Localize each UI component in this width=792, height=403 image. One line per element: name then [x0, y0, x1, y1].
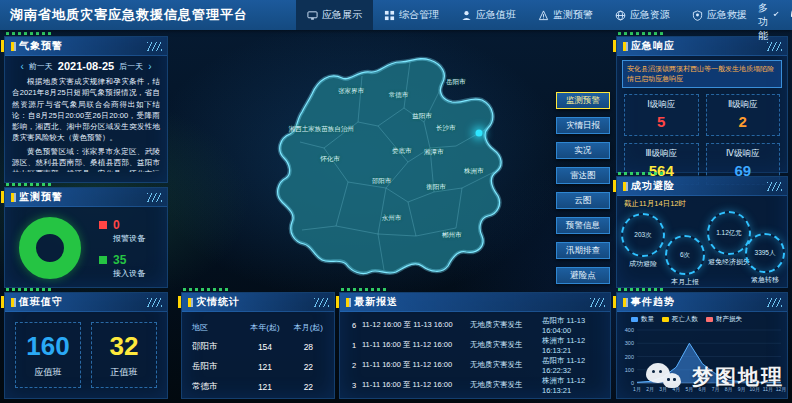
- accent-bar: [623, 182, 626, 191]
- prev-day-button[interactable]: 前一天: [29, 61, 53, 72]
- province-map-region[interactable]: 张家界市常德市岳阳市湘西土家族苗族自治州益阳市长沙市娄底市湘潭市怀化市株洲市邵阳…: [172, 30, 612, 288]
- map-button-disaster-daily[interactable]: 灾情日报: [556, 117, 610, 134]
- header-right: 更多功能 管理员: [758, 0, 792, 43]
- list-item[interactable]: 6 11-12 16:00 至 11-13 16:00 无地质灾害发生 岳阳市 …: [346, 316, 604, 334]
- report-status: 无地质灾害发生: [470, 380, 542, 390]
- globe-icon: [615, 10, 626, 21]
- map-button-radar[interactable]: 雷达图: [556, 167, 610, 184]
- watermark: 梦图地理: [646, 361, 784, 393]
- nav-tab-label: 监测预警: [553, 8, 593, 22]
- gauge-label: 紧急转移: [751, 275, 779, 285]
- report-time-range: 11-11 16:00 至 11-12 16:00: [362, 380, 470, 390]
- device-status-donut-chart: [19, 217, 81, 279]
- svg-text:400: 400: [625, 327, 634, 333]
- map-button-cloud[interactable]: 云图: [556, 192, 610, 209]
- next-arrow-icon[interactable]: ›: [148, 61, 151, 72]
- report-status: 无地质灾害发生: [470, 320, 542, 330]
- column-header: 本月(起): [289, 322, 328, 333]
- gauge-label: 避免经济损失: [708, 257, 750, 267]
- map-layer-buttons: 监测预警 灾情日报 实况 雷达图 云图 预警信息 汛期排查 避险点: [556, 92, 610, 284]
- response-level-label: Ⅱ级响应: [728, 99, 758, 111]
- gauge-emergency-evacuated: 3395人 紧急转移: [745, 233, 785, 285]
- nav-tab-emergency-resources[interactable]: 应急资源: [604, 0, 681, 30]
- monitor-icon: [307, 10, 318, 21]
- map-button-flood-inspection[interactable]: 汛期排查: [556, 242, 610, 259]
- response-level-value: 5: [657, 113, 665, 130]
- nav-tab-emergency-rescue[interactable]: 应急救援: [681, 0, 758, 30]
- nav-tab-emergency-duty[interactable]: 应急值班: [450, 0, 527, 30]
- corner-slashes-icon: [147, 193, 162, 202]
- report-number: 1: [346, 341, 362, 350]
- panel-title: 最新报送: [354, 295, 398, 309]
- response-level-label: Ⅰ级响应: [647, 99, 675, 111]
- legend-label: 数量: [641, 315, 654, 324]
- legend-item-property-loss[interactable]: 财产损失: [706, 315, 742, 324]
- legend-online-devices: 35 接入设备: [99, 253, 145, 279]
- corner-slashes-icon: [767, 298, 782, 307]
- panel-title: 气象预警: [19, 39, 63, 53]
- list-item[interactable]: 2 11-11 16:00 至 11-12 16:00 无地质灾害发生 岳阳市 …: [346, 356, 604, 374]
- report-number: 2: [346, 361, 362, 370]
- emergency-response-panel: 应急响应 安化县滔溪镇两溪村西山等一般发生地质塌陷险情已启动应急响应 Ⅰ级响应 …: [616, 36, 788, 173]
- corner-slashes-icon: [147, 298, 162, 307]
- gauge-value: 3395人: [755, 249, 776, 258]
- gauge-monthly-reported: 6次 本月上报: [665, 235, 705, 287]
- accent-bar: [11, 42, 14, 51]
- disaster-statistics-table: 地区 本年(起) 本月(起) 邵阳市 154 28 岳阳市 121 22 常德市…: [182, 312, 334, 402]
- legend-marker: [631, 317, 638, 322]
- prev-arrow-icon[interactable]: ‹: [21, 61, 24, 72]
- person-icon: [461, 10, 472, 21]
- region-cell: 岳阳市: [188, 361, 241, 373]
- disaster-statistics-panel: 灾情统计 地区 本年(起) 本月(起) 邵阳市 154 28 岳阳市 121 2…: [181, 292, 335, 399]
- year-count-cell: 121: [241, 382, 289, 392]
- accent-bar: [346, 298, 349, 307]
- report-time-range: 11-11 16:00 至 11-12 16:00: [362, 340, 470, 350]
- nav-tab-monitor-warning[interactable]: 监测预警: [527, 0, 604, 30]
- nav-tab-emergency-display[interactable]: 应急展示: [296, 0, 373, 30]
- more-functions-menu[interactable]: 更多功能: [758, 0, 777, 43]
- nav-tab-label: 应急值班: [476, 8, 516, 22]
- main-nav: 应急展示 综合管理 应急值班 监测预警 应急资源 应急救援: [296, 0, 758, 30]
- map-button-warning-info[interactable]: 预警信息: [556, 217, 610, 234]
- chevron-down-icon: [773, 11, 778, 16]
- legend-item-deaths[interactable]: 死亡人数: [662, 315, 698, 324]
- response-level-label: Ⅲ级响应: [646, 148, 677, 160]
- corner-slashes-icon: [590, 298, 605, 307]
- response-level-value: 2: [739, 113, 747, 130]
- accent-bar: [623, 298, 626, 307]
- nav-tab-comprehensive-management[interactable]: 综合管理: [373, 0, 450, 30]
- online-label: 接入设备: [113, 268, 145, 279]
- expected-duty-count: 160: [26, 331, 69, 362]
- response-alert-marquee[interactable]: 安化县滔溪镇两溪村西山等一般发生地质塌陷险情已启动应急响应: [622, 60, 782, 88]
- response-level-1-card: Ⅰ级响应 5: [624, 94, 699, 136]
- legend-marker: [706, 317, 713, 322]
- next-day-button[interactable]: 后一天: [119, 61, 143, 72]
- accent-bar: [11, 193, 14, 202]
- on-duty-label: 正值班: [111, 366, 138, 379]
- more-functions-label: 更多功能: [758, 0, 771, 43]
- region-cell: 常德市: [188, 381, 241, 393]
- map-button-monitor-warning[interactable]: 监测预警: [556, 92, 610, 109]
- legend-item-count[interactable]: 数量: [631, 315, 654, 324]
- panel-title: 成功避险: [631, 179, 675, 193]
- column-header: 地区: [188, 322, 241, 333]
- list-item[interactable]: 3 11-11 16:00 至 11-12 16:00 无地质灾害发生 株洲市 …: [346, 376, 604, 394]
- report-number: 6: [346, 321, 362, 330]
- map-button-live[interactable]: 实况: [556, 142, 610, 159]
- list-item[interactable]: 1 11-11 16:00 至 11-12 16:00 无地质灾害发生 株洲市 …: [346, 336, 604, 354]
- reports-list: 6 11-12 16:00 至 11-13 16:00 无地质灾害发生 岳阳市 …: [340, 312, 610, 398]
- green-square-icon: [99, 256, 107, 264]
- app-header: 湖南省地质灾害应急救援信息管理平台 应急展示 综合管理 应急值班 监测预警 应急…: [0, 0, 792, 30]
- map-alert-marker[interactable]: [476, 129, 483, 136]
- monitoring-warning-panel: 监测预警 0 报警设备 35 接入设备: [4, 187, 168, 288]
- hunan-map[interactable]: [172, 30, 612, 288]
- as-of-timestamp: 截止11月14日12时: [617, 196, 787, 209]
- nav-tab-label: 应急展示: [322, 8, 362, 22]
- legend-marker: [662, 317, 669, 322]
- legend-label: 财产损失: [716, 315, 742, 324]
- gauge-successful-avoidance: 203次 成功避险: [621, 213, 665, 269]
- online-count: 35: [113, 253, 126, 267]
- map-button-shelter-points[interactable]: 避险点: [556, 267, 610, 284]
- weather-paragraph: 黄色预警区域：张家界市永定区、武陵源区、慈利县西南部、桑植县西部、益阳市赫山区西…: [12, 146, 160, 173]
- report-location-time: 岳阳市 11-13 16:04:00: [542, 316, 604, 335]
